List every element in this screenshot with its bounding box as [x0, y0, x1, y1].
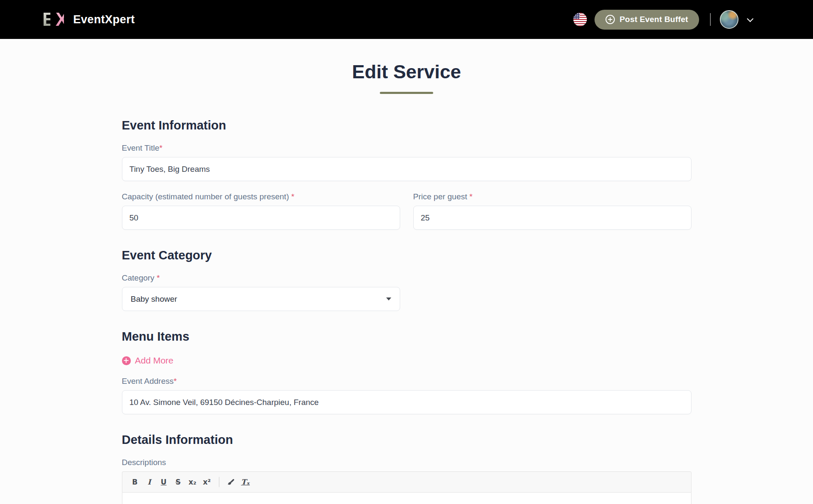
category-selected-value: Baby shower — [131, 295, 177, 304]
required-asterisk: * — [291, 192, 294, 201]
subscript-button[interactable]: x₂ — [186, 475, 199, 489]
event-address-label: Event Address* — [122, 377, 691, 386]
add-more-button[interactable]: Add More — [122, 355, 174, 366]
event-address-input[interactable] — [122, 390, 691, 414]
post-event-buffet-button[interactable]: Post Event Buffet — [595, 10, 699, 30]
edit-service-form: Event Information Event Title* Capacity … — [122, 118, 691, 504]
required-asterisk: * — [157, 273, 160, 282]
top-navbar: EX EventXpert Post Event Buffet — [0, 0, 813, 39]
language-flag-us-icon[interactable] — [573, 13, 587, 26]
brand-logo[interactable]: EX EventXpert — [42, 10, 135, 29]
price-per-guest-input[interactable] — [413, 206, 691, 230]
user-avatar[interactable] — [720, 10, 738, 29]
editor-toolbar: B I U S x₂ x² Tₓ — [122, 471, 691, 493]
price-per-guest-label: Price per guest * — [413, 192, 691, 201]
descriptions-label: Descriptions — [122, 458, 691, 467]
toolbar-divider — [219, 477, 219, 487]
title-underline — [380, 92, 433, 94]
remove-format-button[interactable]: Tₓ — [239, 475, 252, 489]
required-asterisk: * — [470, 192, 473, 201]
section-heading-menu-items: Menu Items — [122, 330, 691, 344]
category-select[interactable]: Baby shower — [122, 287, 400, 311]
section-heading-event-category: Event Category — [122, 248, 691, 262]
strikethrough-button[interactable]: S — [171, 475, 185, 489]
navbar-right-group: Post Event Buffet — [573, 10, 752, 30]
logo-letter-x: X — [55, 10, 64, 29]
select-caret-icon — [386, 297, 391, 300]
section-heading-details-information: Details Information — [122, 433, 691, 447]
paint-format-button[interactable] — [224, 475, 238, 489]
capacity-label: Capacity (estimated number of guests pre… — [122, 192, 400, 201]
navbar-divider — [710, 13, 711, 26]
post-event-buffet-label: Post Event Buffet — [619, 15, 688, 24]
logo-letter-e: E — [42, 10, 50, 29]
brand-name: EventXpert — [73, 13, 135, 26]
event-title-label: Event Title* — [122, 143, 691, 153]
required-asterisk: * — [159, 143, 162, 152]
italic-button[interactable]: I — [143, 475, 156, 489]
superscript-button[interactable]: x² — [200, 475, 214, 489]
required-asterisk: * — [174, 377, 177, 386]
description-rich-text-editor: B I U S x₂ x² Tₓ Celebrate the arrival o… — [122, 471, 691, 504]
editor-content[interactable]: Celebrate the arrival of a new baby. — [122, 493, 691, 504]
underline-button[interactable]: U — [157, 475, 171, 489]
bold-button[interactable]: B — [128, 475, 142, 489]
add-more-label: Add More — [135, 355, 174, 366]
capacity-field: Capacity (estimated number of guests pre… — [122, 181, 400, 230]
logo-ex-icon: EX — [42, 10, 64, 29]
page-title: Edit Service — [0, 61, 813, 83]
flag-canton — [573, 13, 580, 19]
price-field: Price per guest * — [413, 181, 691, 230]
event-title-input[interactable] — [122, 157, 691, 181]
paint-brush-icon — [227, 478, 235, 486]
section-heading-event-information: Event Information — [122, 118, 691, 132]
plus-circle-icon — [122, 356, 131, 365]
plus-circle-icon — [606, 15, 615, 24]
category-label: Category * — [122, 273, 691, 283]
capacity-input[interactable] — [122, 206, 400, 230]
chevron-down-icon[interactable] — [747, 15, 754, 22]
